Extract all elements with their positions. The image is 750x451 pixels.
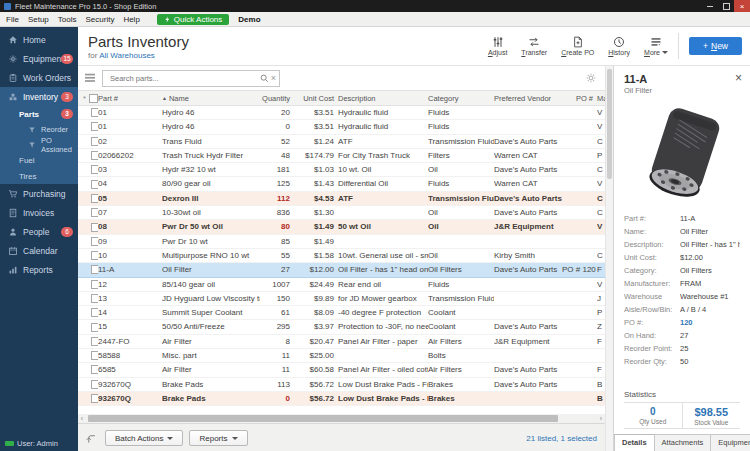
panel-close-icon[interactable]: ×: [735, 72, 742, 84]
column-header-name[interactable]: ▲Name: [162, 94, 260, 103]
vertical-scrollbar[interactable]: [605, 66, 613, 451]
row-checkbox[interactable]: [91, 208, 98, 217]
table-row[interactable]: 2447-FOAir Filter8$20.47Panel Air Filter…: [78, 335, 605, 349]
table-header-row[interactable]: *Part #▲NameQuantityUnit CostDescription…: [78, 90, 605, 106]
minimize-button[interactable]: [702, 0, 718, 12]
column-header-quantity[interactable]: Quantity: [260, 94, 294, 103]
tab-attachments[interactable]: Attachments: [655, 434, 712, 451]
row-checkbox[interactable]: [91, 380, 98, 389]
table-row[interactable]: 03Hydr #32 10 wt181$1.0310 wt. OilOilDav…: [78, 163, 605, 177]
table-row[interactable]: 10Multipurpose RNO 10 wt55$1.5810wt. Gen…: [78, 249, 605, 263]
close-button[interactable]: ×: [734, 0, 750, 12]
row-checkbox[interactable]: [91, 180, 98, 189]
table-row[interactable]: 6585Air Filter11$60.58Panel Air Filter -…: [78, 363, 605, 377]
select-all-checkbox[interactable]: [89, 94, 98, 103]
row-checkbox[interactable]: [91, 151, 98, 160]
row-checkbox[interactable]: [91, 337, 98, 346]
sidebar-item-equipment[interactable]: Equipment15: [0, 49, 78, 68]
column-header-category[interactable]: Category: [428, 94, 494, 103]
table-row[interactable]: 0710-30wt oil836$1.30OilDave's Auto Part…: [78, 206, 605, 220]
row-checkbox[interactable]: [91, 294, 98, 303]
list-view-icon[interactable]: [84, 73, 96, 83]
new-button[interactable]: + New: [689, 37, 742, 55]
vscroll-thumb[interactable]: [607, 69, 612, 179]
warehouse-filter-link[interactable]: All Warehouses: [99, 51, 155, 60]
table-row[interactable]: 05Dexron III112$4.53ATFTransmission Flui…: [78, 192, 605, 206]
table-row[interactable]: 0480/90 gear oil125$1.43Differential Oil…: [78, 177, 605, 191]
row-checkbox[interactable]: [91, 122, 98, 131]
scroll-left-arrow[interactable]: ‹: [78, 414, 86, 423]
menu-tools[interactable]: Tools: [58, 15, 77, 24]
menu-file[interactable]: File: [6, 15, 19, 24]
sidebar-item-work-orders[interactable]: Work Orders: [0, 68, 78, 87]
row-checkbox[interactable]: [91, 165, 98, 174]
horizontal-scrollbar[interactable]: ‹ ›: [78, 414, 605, 423]
column-header-description[interactable]: Description: [338, 94, 428, 103]
sidebar-item-reports[interactable]: Reports: [0, 260, 78, 279]
row-checkbox[interactable]: [91, 237, 98, 246]
tab-details[interactable]: Details: [614, 434, 655, 451]
batch-actions-button[interactable]: Batch Actions: [105, 430, 183, 446]
menu-setup[interactable]: Setup: [28, 15, 49, 24]
row-checkbox[interactable]: [91, 365, 98, 374]
row-checkbox[interactable]: [91, 194, 98, 203]
table-row[interactable]: 01Hydro 4620$3.51Hydraulic fluidFluidsV: [78, 106, 605, 120]
row-checkbox[interactable]: [91, 265, 98, 274]
row-checkbox[interactable]: [91, 137, 98, 146]
sidebar-item-tires[interactable]: Tires: [0, 168, 78, 184]
table-row[interactable]: 01Hydro 460$3.51Hydraulic fluidFluidsV: [78, 120, 605, 134]
scroll-right-arrow[interactable]: ›: [597, 414, 605, 423]
row-checkbox[interactable]: [91, 280, 98, 289]
action-adjust[interactable]: Adjust: [488, 36, 507, 56]
column-header-part[interactable]: Part #: [98, 94, 162, 103]
menu-security[interactable]: Security: [85, 15, 114, 24]
column-header-manufacturer[interactable]: Manufacturer: [597, 94, 605, 103]
search-input[interactable]: [108, 73, 260, 84]
row-checkbox[interactable]: [91, 394, 98, 403]
row-checkbox[interactable]: [91, 351, 98, 360]
action-more[interactable]: More: [644, 36, 668, 56]
row-checkbox[interactable]: [91, 223, 98, 232]
field-value[interactable]: 120: [680, 316, 740, 329]
sidebar-item-invoices[interactable]: Invoices: [0, 203, 78, 222]
column-header-preferred-vendor[interactable]: Preferred Vendor: [494, 94, 562, 103]
table-row[interactable]: 09Pwr Dr 10 wt85$1.49: [78, 235, 605, 249]
sidebar-item-home[interactable]: Home: [0, 30, 78, 49]
sidebar-item-people[interactable]: People6: [0, 222, 78, 241]
table-row[interactable]: 08Pwr Dr 50 wt Oil80$1.4950 wt OilOilJ&R…: [78, 220, 605, 234]
action-history[interactable]: History: [608, 36, 630, 56]
sidebar-item-calendar[interactable]: Calendar: [0, 241, 78, 260]
row-checkbox[interactable]: [91, 308, 98, 317]
sidebar-item-parts[interactable]: Parts3: [0, 106, 78, 122]
table-row[interactable]: 11-AOil Filter27$12.00Oil Filter - has 1…: [78, 263, 605, 277]
row-checkbox[interactable]: [91, 323, 98, 332]
sidebar-item-purchasing[interactable]: Purchasing: [0, 184, 78, 203]
column-header-po[interactable]: PO #: [562, 94, 597, 103]
table-row[interactable]: 1285/140 gear oil1007$24.49Rear end oilF…: [78, 278, 605, 292]
row-checkbox[interactable]: [91, 108, 98, 117]
maximize-button[interactable]: [718, 0, 734, 12]
table-row[interactable]: 1550/50 Anti/Freeze295$3.97Protection to…: [78, 320, 605, 334]
table-row[interactable]: 02066202Trash Truck Hydr Filter48$174.79…: [78, 149, 605, 163]
row-checkbox[interactable]: [91, 251, 98, 260]
table-row[interactable]: 932670QBrake Pads0$56.72Low Dust Brake P…: [78, 392, 605, 406]
table-row[interactable]: 932670QBrake Pads113$56.72Low Dust Brake…: [78, 378, 605, 392]
menu-help[interactable]: Help: [123, 15, 139, 24]
quick-actions-button[interactable]: Quick Actions: [157, 14, 229, 25]
action-create-po[interactable]: Create PO: [561, 36, 594, 56]
collapse-up-icon[interactable]: [86, 433, 97, 444]
table-row[interactable]: 14Summit Super Coolant61$8.09-40 degree …: [78, 306, 605, 320]
action-transfer[interactable]: Transfer: [521, 36, 547, 56]
tab-equipment[interactable]: Equipment: [711, 434, 750, 451]
column-settings-gear-icon[interactable]: [585, 72, 597, 84]
table-row[interactable]: 02Trans Fluid52$1.24ATFTransmission Flui…: [78, 135, 605, 149]
search-icon[interactable]: [260, 74, 269, 83]
column-header-unit-cost[interactable]: Unit Cost: [294, 94, 338, 103]
reports-button[interactable]: Reports: [189, 430, 247, 446]
clear-search-icon[interactable]: ×: [271, 73, 276, 83]
sidebar-item-inventory[interactable]: Inventory3: [0, 87, 78, 106]
hscroll-thumb[interactable]: [88, 415, 558, 422]
sidebar-item-po-assigned[interactable]: PO Assigned: [0, 137, 78, 152]
table-row[interactable]: 13JD Hyguard Low Viscosity trans150$9.89…: [78, 292, 605, 306]
sidebar-item-fuel[interactable]: Fuel: [0, 152, 78, 168]
